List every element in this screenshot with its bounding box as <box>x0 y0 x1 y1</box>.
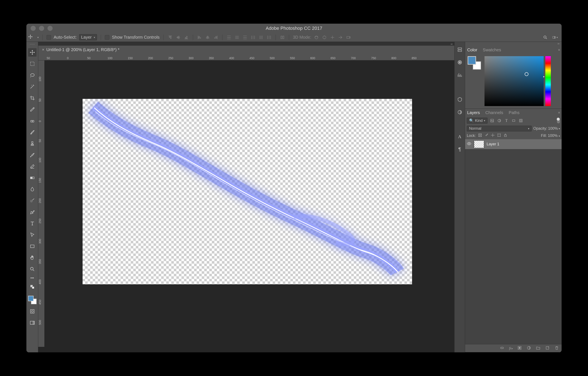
fill-control[interactable]: Fill: 100% ▾ <box>541 134 560 138</box>
lock-artboard-icon[interactable] <box>497 133 501 138</box>
color-cursor[interactable] <box>525 72 528 76</box>
histogram-panel-icon[interactable] <box>456 71 463 79</box>
show-transform-checkbox[interactable] <box>105 35 109 40</box>
default-fg-bg-icon[interactable] <box>28 283 37 291</box>
screenmode-tool-icon[interactable] <box>28 319 37 327</box>
dist-vcenter-icon[interactable] <box>234 35 240 40</box>
layers-panel-menu-icon[interactable]: ≡ <box>558 111 560 114</box>
filter-smart-icon[interactable] <box>518 118 523 123</box>
new-layer-icon[interactable] <box>545 345 550 351</box>
swatches-tab[interactable]: Swatches <box>483 47 502 53</box>
lasso-tool[interactable] <box>28 71 37 79</box>
dist-left-icon[interactable] <box>250 35 256 40</box>
align-vcenter-icon[interactable] <box>176 35 181 40</box>
align-bottom-icon[interactable] <box>184 35 189 40</box>
canvas[interactable] <box>45 60 454 347</box>
close-window-button[interactable] <box>31 26 36 31</box>
healing-tool[interactable] <box>28 117 37 125</box>
filter-pixel-icon[interactable] <box>490 118 495 123</box>
auto-align-icon[interactable] <box>280 35 285 40</box>
history-brush-tool[interactable] <box>28 151 37 159</box>
layer-visibility-icon[interactable] <box>467 141 472 147</box>
lock-all-icon[interactable] <box>503 133 507 138</box>
search-icon[interactable] <box>543 35 548 40</box>
paths-tab[interactable]: Paths <box>508 109 520 116</box>
opacity-control[interactable]: Opacity: 100% ▾ <box>533 126 560 131</box>
eyedropper-tool[interactable] <box>28 105 37 114</box>
stamp-tool[interactable] <box>28 139 37 148</box>
align-hcenter-icon[interactable] <box>205 35 210 40</box>
layer-row[interactable]: Layer 1 <box>465 139 562 149</box>
filter-adjust-icon[interactable] <box>497 118 502 123</box>
document-tab[interactable]: × Untitled-1 @ 200% (Layer 1, RGB/8*) * <box>40 46 122 53</box>
marquee-tool[interactable] <box>28 60 37 68</box>
auto-select-checkbox[interactable] <box>46 35 51 40</box>
magic-wand-tool[interactable] <box>28 82 37 91</box>
align-top-icon[interactable] <box>168 35 173 40</box>
eraser-tool[interactable] <box>28 162 37 171</box>
layer-filter-toggle[interactable] <box>557 118 560 123</box>
zoom-tool[interactable] <box>28 265 37 273</box>
filter-type-icon[interactable]: T <box>504 118 509 123</box>
panel-collapse-left[interactable]: ‹‹ <box>38 42 454 46</box>
hand-tool[interactable] <box>28 253 37 262</box>
color-tab[interactable]: Color <box>467 47 478 53</box>
delete-layer-icon[interactable] <box>554 345 559 351</box>
fg-bg-swatch[interactable] <box>28 296 37 304</box>
dist-bottom-icon[interactable] <box>242 35 248 40</box>
collapse-panels-icon[interactable]: ›› <box>465 42 562 46</box>
lock-transparent-icon[interactable] <box>478 133 482 138</box>
color-field[interactable] <box>484 56 544 106</box>
color-fg-bg-swatch[interactable] <box>468 56 481 70</box>
layer-mask-icon[interactable] <box>517 345 522 351</box>
lock-pixels-icon[interactable] <box>484 133 489 138</box>
foreground-color-swatch[interactable] <box>28 296 34 301</box>
3d-pan-icon[interactable] <box>330 35 335 40</box>
align-left-icon[interactable] <box>197 35 202 40</box>
quickmask-icon[interactable] <box>28 307 37 316</box>
hue-strip[interactable]: ▸ <box>545 56 551 106</box>
3d-orbit-icon[interactable] <box>314 35 319 40</box>
color-panel-menu-icon[interactable]: ≡ <box>558 48 560 52</box>
move-tool[interactable] <box>28 48 37 57</box>
paragraph-panel-icon[interactable]: ¶ <box>456 146 463 153</box>
layer-thumbnail[interactable] <box>474 140 484 148</box>
navigator-panel-icon[interactable] <box>456 59 463 66</box>
brush-tool[interactable] <box>28 128 37 136</box>
ruler-horizontal[interactable]: 5005010015020025030035040045050055060065… <box>38 54 454 60</box>
layers-tab[interactable]: Layers <box>467 109 480 116</box>
maximize-window-button[interactable] <box>48 26 52 31</box>
layer-name[interactable]: Layer 1 <box>487 142 499 146</box>
panel-foreground-swatch[interactable] <box>468 56 476 65</box>
screenmode-icon[interactable]: ▾ <box>552 35 558 40</box>
gradient-tool[interactable] <box>28 174 37 182</box>
blur-tool[interactable] <box>28 185 37 193</box>
libraries-panel-icon[interactable] <box>456 96 463 103</box>
3d-camera-icon[interactable] <box>346 35 351 40</box>
crop-tool[interactable] <box>28 94 37 102</box>
new-group-icon[interactable] <box>536 345 540 351</box>
layer-style-icon[interactable]: fx▾ <box>509 346 513 350</box>
blend-mode-select[interactable]: Normal▾ <box>467 126 532 131</box>
dist-right-icon[interactable] <box>266 35 272 40</box>
close-tab-icon[interactable]: × <box>42 48 44 52</box>
type-tool[interactable] <box>28 219 37 228</box>
layer-filter-select[interactable]: 🔍Kind▾ <box>467 118 487 124</box>
auto-select-target-select[interactable]: Layer▾ <box>79 34 97 40</box>
adjustment-layer-icon[interactable] <box>526 345 531 351</box>
layers-list[interactable]: Layer 1 <box>465 139 562 344</box>
ruler-vertical[interactable]: 10050050100150200250300350400450500 <box>38 60 45 347</box>
dist-top-icon[interactable] <box>226 35 232 40</box>
history-panel-icon[interactable] <box>456 46 463 53</box>
path-select-tool[interactable] <box>28 231 37 239</box>
dist-hcenter-icon[interactable] <box>258 35 264 40</box>
align-right-icon[interactable] <box>213 35 218 40</box>
edit-toolbar-icon[interactable]: ••• <box>28 276 37 280</box>
toolbox-handle[interactable] <box>29 44 35 45</box>
3d-slide-icon[interactable] <box>338 35 343 40</box>
link-layers-icon[interactable] <box>500 345 504 351</box>
character-panel-icon[interactable]: A <box>456 133 463 140</box>
adjustments-panel-icon[interactable] <box>456 109 463 116</box>
artboard[interactable] <box>83 99 412 284</box>
rectangle-tool[interactable] <box>28 242 37 251</box>
